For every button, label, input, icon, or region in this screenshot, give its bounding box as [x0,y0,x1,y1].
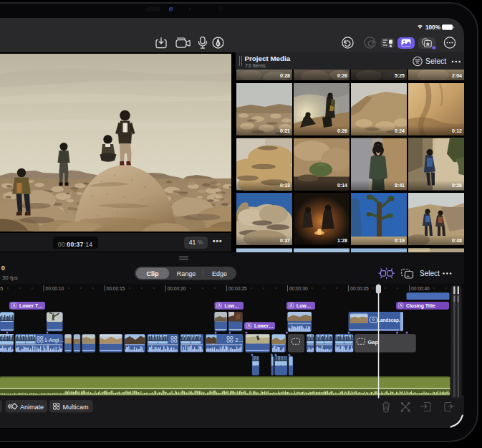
svg-text:Animate: Animate [20,404,44,411]
svg-text:00:00:10: 00:00:10 [46,286,64,291]
svg-text:0:24: 0:24 [395,128,405,133]
svg-text:5:25: 5:25 [395,73,405,78]
svg-text:2…: 2… [236,338,244,343]
svg-text:Low…: Low… [225,303,240,308]
svg-text:Low…: Low… [297,303,312,308]
svg-text:A: A [218,303,221,308]
svg-text:Select: Select [420,270,440,277]
svg-text:00:00:25: 00:00:25 [228,286,247,291]
svg-text:Edge: Edge [212,270,227,277]
svg-text:0:13: 0:13 [280,183,290,188]
svg-text:0:37: 0:37 [280,238,290,243]
svg-text:00:00:15: 00:00:15 [107,286,125,291]
svg-text:Multicam: Multicam [63,404,89,411]
svg-text:A: A [290,303,293,308]
svg-text:100%: 100% [425,24,441,31]
svg-text:0:26: 0:26 [452,183,462,188]
svg-text:8:41: 8:41 [395,183,405,188]
svg-text:Clip: Clip [147,270,160,277]
svg-text:Lower…: Lower… [254,323,274,328]
svg-text:Gap: Gap [368,339,379,345]
svg-text:Range: Range [177,270,196,277]
svg-text:00:00:05: 00:00:05 [0,286,3,291]
svg-text:A: A [248,323,251,328]
svg-text:2:04: 2:04 [452,73,462,78]
svg-text:Lower T…: Lower T… [19,303,43,308]
svg-text:0: 0 [1,264,5,272]
svg-text:0:48: 0:48 [452,238,462,243]
svg-text:1:28: 1:28 [337,238,347,243]
svg-text:· 30 fps: · 30 fps [0,275,18,281]
svg-text:0:14: 0:14 [337,183,347,188]
svg-text:00:00:35: 00:00:35 [350,286,369,291]
svg-text:00:00:40: 00:00:40 [411,286,430,291]
svg-text:0:12: 0:12 [452,128,462,133]
svg-text:Select: Select [425,57,446,65]
svg-text:1-Angl…: 1-Angl… [44,338,64,343]
svg-text:00:00:20: 00:00:20 [168,286,186,291]
svg-text:00:00:30: 00:00:30 [289,286,308,291]
svg-text:0:21: 0:21 [280,128,290,133]
svg-text:0:19: 0:19 [395,238,405,243]
svg-text:Landscap…: Landscap… [377,318,403,323]
svg-text:0:28: 0:28 [280,73,290,78]
svg-text:0:26: 0:26 [337,128,347,133]
svg-text:Closing Title: Closing Title [406,303,435,309]
svg-text:A: A [400,303,403,308]
svg-text:0:26: 0:26 [337,73,347,78]
svg-text:A: A [13,303,16,308]
